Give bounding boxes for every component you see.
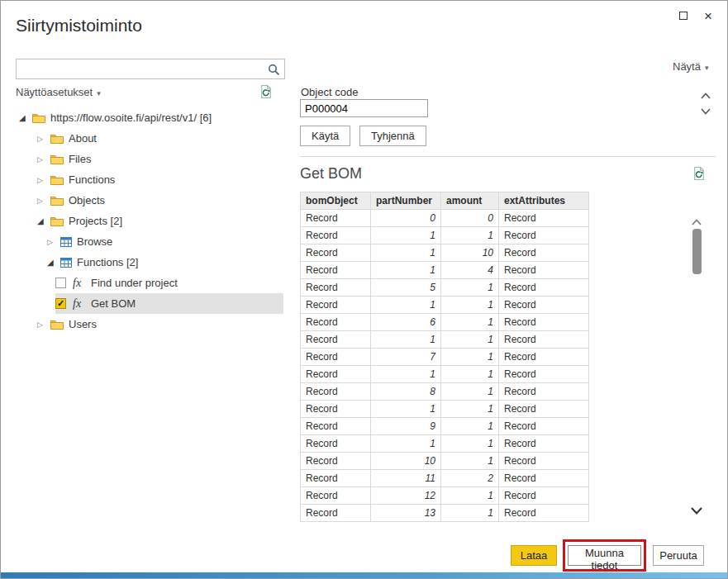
column-header[interactable]: partNumber (371, 192, 441, 210)
pane-scroll-down-icon[interactable] (701, 103, 711, 118)
expand-icon[interactable]: ▷ (37, 155, 50, 164)
cell-record[interactable]: Record (301, 262, 371, 279)
tree-item-get-bom[interactable]: ✓ fx Get BOM (9, 293, 283, 314)
cell-record[interactable]: Record (499, 349, 589, 366)
cell-record[interactable]: Record (499, 366, 589, 383)
cell-record[interactable]: Record (301, 279, 371, 297)
cell-record[interactable]: Record (301, 297, 371, 314)
table-row[interactable]: Record81Record (301, 383, 589, 401)
search-icon[interactable] (268, 64, 280, 79)
expand-icon[interactable]: ▷ (37, 176, 50, 184)
cell-record[interactable]: Record (499, 279, 589, 297)
cell-record[interactable]: Record (301, 401, 371, 418)
table-row[interactable]: Record131Record (301, 505, 589, 522)
cell-record[interactable]: Record (301, 210, 371, 227)
cell-record[interactable]: Record (499, 505, 589, 522)
column-header[interactable]: extAttributes (499, 192, 589, 210)
table-row[interactable]: Record112Record (301, 470, 589, 487)
cell-record[interactable]: Record (499, 314, 589, 331)
refresh-icon[interactable] (259, 84, 274, 102)
expand-icon[interactable]: ▷ (37, 135, 50, 143)
tree-item-about[interactable]: ▷ About (9, 128, 283, 149)
checkbox-unchecked[interactable] (55, 278, 66, 288)
tree-item-files[interactable]: ▷ Files (9, 149, 283, 169)
cell-record[interactable]: Record (301, 453, 371, 470)
clear-button[interactable]: Tyhjennä (359, 126, 426, 146)
pane-scroll-up-icon[interactable] (701, 88, 711, 102)
cell-record[interactable]: Record (499, 487, 589, 505)
cell-record[interactable]: Record (301, 366, 371, 383)
cell-record[interactable]: Record (499, 453, 589, 470)
tree-item-find-under-project[interactable]: fx Find under project (9, 273, 283, 293)
cell-record[interactable]: Record (301, 487, 371, 505)
table-row[interactable]: Record14Record (301, 262, 589, 279)
table-row[interactable]: Record11Record (301, 227, 589, 244)
cell-record[interactable]: Record (499, 227, 589, 244)
cell-record[interactable]: Record (499, 435, 589, 453)
refresh-icon[interactable] (692, 166, 707, 184)
tree-item-users[interactable]: ▷ Users (9, 314, 283, 335)
object-code-input[interactable] (300, 99, 428, 117)
cell-record[interactable]: Record (301, 227, 371, 244)
table-row[interactable]: Record91Record (301, 418, 589, 435)
column-header[interactable]: amount (441, 192, 499, 210)
collapse-icon[interactable]: ◢ (19, 113, 32, 122)
table-row[interactable]: Record11Record (301, 435, 589, 453)
scroll-down-icon[interactable] (691, 503, 702, 518)
expand-icon[interactable]: ▷ (37, 320, 50, 329)
expand-icon[interactable]: ▷ (37, 197, 50, 205)
maximize-button[interactable] (671, 6, 696, 26)
tree-item-objects[interactable]: ▷ Objects (9, 190, 283, 211)
collapse-icon[interactable]: ◢ (47, 258, 60, 267)
table-row[interactable]: Record00Record (301, 210, 589, 227)
tree-item-root-url[interactable]: ◢ https://flow.osoite.fi/api/rest/v1/ [6… (9, 107, 283, 128)
table-row[interactable]: Record121Record (301, 487, 589, 505)
cell-record[interactable]: Record (301, 314, 371, 331)
apply-button[interactable]: Käytä (300, 126, 350, 146)
cell-record[interactable]: Record (301, 331, 371, 349)
cell-record[interactable]: Record (499, 401, 589, 418)
close-button[interactable]: × (696, 6, 721, 26)
cell-record[interactable]: Record (499, 418, 589, 435)
table-row[interactable]: Record11Record (301, 331, 589, 349)
table-row[interactable]: Record71Record (301, 349, 589, 366)
cell-record[interactable]: Record (301, 244, 371, 262)
cell-record[interactable]: Record (499, 244, 589, 262)
load-button[interactable]: Lataa (511, 545, 557, 566)
cell-record[interactable]: Record (301, 505, 371, 522)
table-row[interactable]: Record11Record (301, 297, 589, 314)
expand-icon[interactable]: ▷ (47, 238, 60, 246)
table-row[interactable]: Record51Record (301, 279, 589, 297)
search-input[interactable] (17, 59, 263, 78)
cell-record[interactable]: Record (301, 435, 371, 453)
cell-record[interactable]: Record (301, 418, 371, 435)
cell-record[interactable]: Record (499, 210, 589, 227)
table-row[interactable]: Record61Record (301, 314, 589, 331)
cell-record[interactable]: Record (499, 331, 589, 349)
display-options-menu[interactable]: Näyttöasetukset▾ (16, 86, 101, 98)
view-menu[interactable]: Näytä▾ (673, 60, 709, 73)
checkbox-checked[interactable]: ✓ (55, 298, 66, 309)
cell-record[interactable]: Record (499, 383, 589, 401)
cell-record[interactable]: Record (499, 297, 589, 314)
cell-record[interactable]: Record (499, 262, 589, 279)
tree-item-functions[interactable]: ▷ Functions (9, 169, 283, 190)
tree-item-projects[interactable]: ◢ Projects [2] (9, 211, 283, 231)
cell-record[interactable]: Record (301, 383, 371, 401)
collapse-icon[interactable]: ◢ (37, 216, 50, 225)
cell-record[interactable]: Record (499, 470, 589, 487)
table-row[interactable]: Record11Record (301, 366, 589, 383)
cell-record[interactable]: Record (301, 349, 371, 366)
column-header[interactable]: bomObject (301, 192, 371, 210)
table-row[interactable]: Record11Record (301, 401, 589, 418)
cell-record[interactable]: Record (301, 470, 371, 487)
scroll-up-icon[interactable] (692, 214, 702, 229)
tree-item-functions-2[interactable]: ◢ Functions [2] (9, 252, 283, 273)
preview-scrollbar[interactable] (689, 212, 704, 520)
table-row[interactable]: Record110Record (301, 244, 589, 262)
scrollbar-thumb[interactable] (692, 229, 702, 274)
table-row[interactable]: Record101Record (301, 453, 589, 470)
tree-item-browse[interactable]: ▷ Browse (9, 231, 283, 252)
transform-data-button[interactable]: Muunna tiedot (568, 545, 641, 566)
cancel-button[interactable]: Peruuta (653, 545, 704, 566)
